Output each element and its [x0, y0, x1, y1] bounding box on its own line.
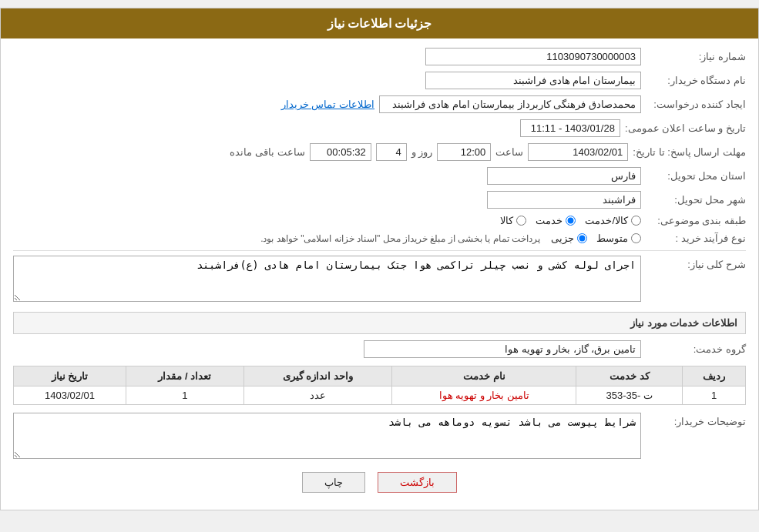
col-name: نام خدمت [392, 366, 576, 386]
cell-tedad: 1 [126, 386, 244, 405]
radio-khedmat-label: خدمت [536, 215, 563, 226]
mohlat-saaat-label: ساعت [495, 146, 523, 158]
cell-vahed: عدد [243, 386, 392, 405]
sharh-label: شرح کلی نیاز: [646, 256, 746, 270]
radio-kala-label: کالا [500, 215, 513, 226]
print-button[interactable]: چاپ [302, 472, 365, 493]
radio-kala-input[interactable] [516, 216, 526, 226]
col-vahed: واحد اندازه گیری [243, 366, 392, 386]
mohlat-rooz-value: 4 [376, 143, 407, 161]
tozihat-textarea[interactable] [13, 413, 641, 459]
tabagheh-radio-group: کالا/خدمت خدمت کالا [500, 215, 641, 226]
radio-mottavasset-input[interactable] [631, 233, 641, 243]
mohlat-mande-value: 00:05:32 [310, 143, 371, 161]
radio-kala[interactable]: کالا [500, 215, 526, 226]
tabagheh-label: طبقه بندی موضوعی: [646, 215, 746, 226]
ostan-label: استان محل تحویل: [646, 170, 746, 182]
radio-joz[interactable]: جزیی [551, 233, 587, 244]
shomara-niaz-label: شماره نیاز: [646, 51, 746, 62]
cell-radif: 1 [683, 386, 746, 405]
col-kod: کد خدمت [576, 366, 683, 386]
tarikh-label: تاریخ و ساعت اعلان عمومی: [625, 122, 746, 134]
mohlat-mande-label: ساعت باقی مانده [230, 146, 304, 158]
back-button[interactable]: بازگشت [378, 472, 457, 493]
radio-kala-khedmat-input[interactable] [631, 216, 641, 226]
radio-joz-label: جزیی [551, 233, 574, 244]
ijad-link[interactable]: اطلاعات تماس خریدار [281, 99, 374, 110]
shahr-label: شهر محل تحویل: [646, 194, 746, 206]
radio-kala-khedmat[interactable]: کالا/خدمت [585, 215, 641, 226]
services-table: ردیف کد خدمت نام خدمت واحد اندازه گیری ت… [13, 366, 746, 405]
mohlat-rooz-label: روز و [411, 146, 433, 158]
radio-khedmat-input[interactable] [566, 216, 576, 226]
page-title: جزئیات اطلاعات نیاز [1, 8, 758, 38]
goroh-label: گروه خدمت: [646, 343, 746, 355]
ijad-value: محمدصادق فرهنگی کاربرداز بیمارستان امام … [379, 95, 641, 113]
tozihat-label: توضیحات خریدار: [646, 413, 746, 427]
col-tedad: تعداد / مقدار [126, 366, 244, 386]
khadamat-section-title: اطلاعات خدمات مورد نیاز [13, 312, 746, 334]
radio-mottavasset[interactable]: متوسط [596, 233, 641, 244]
cell-name: تامین بخار و تهویه هوا [392, 386, 576, 405]
tarikh-value: 1403/01/28 - 11:11 [520, 119, 620, 137]
shomara-niaz-value: 1103090730000003 [425, 48, 641, 65]
col-tarikh: تاریخ نیاز [14, 366, 126, 386]
buttons-row: بازگشت چاپ [13, 472, 746, 493]
table-row: 1ت -35-353تامین بخار و تهویه هواعدد11403… [14, 386, 746, 405]
goroh-value: تامین برق، گاز، بخار و تهویه هوا [364, 340, 641, 358]
mohlat-label: مهلت ارسال پاسخ: تا تاریخ: [633, 146, 746, 158]
radio-joz-input[interactable] [577, 233, 587, 243]
mohlat-date: 1403/02/01 [528, 143, 628, 161]
mohlat-saaat-value: 12:00 [437, 143, 491, 161]
shahr-value: فراشبند [487, 191, 641, 209]
nooe-farayand-note: پرداخت تمام یا بخشی از مبلغ خریداز محل "… [260, 233, 540, 244]
ostan-value: فارس [487, 167, 641, 185]
name-dastaghah-label: نام دستگاه خریدار: [646, 75, 746, 86]
services-table-section: ردیف کد خدمت نام خدمت واحد اندازه گیری ت… [13, 366, 746, 405]
cell-tarikh: 1403/02/01 [14, 386, 126, 405]
name-dastaghah-value: بیمارستان امام هادی فراشبند [425, 72, 641, 89]
radio-mottavasset-label: متوسط [596, 233, 628, 244]
sharh-textarea[interactable] [13, 256, 641, 302]
radio-khedmat[interactable]: خدمت [536, 215, 576, 226]
ijad-label: ایجاد کننده درخواست: [646, 99, 746, 110]
col-radif: ردیف [683, 366, 746, 386]
nooe-farayand-label: نوع فرآیند خرید : [646, 233, 746, 244]
radio-kala-khedmat-label: کالا/خدمت [585, 215, 628, 226]
nooe-farayand-radio-group: متوسط جزیی [551, 233, 641, 244]
cell-kod: ت -35-353 [576, 386, 683, 405]
